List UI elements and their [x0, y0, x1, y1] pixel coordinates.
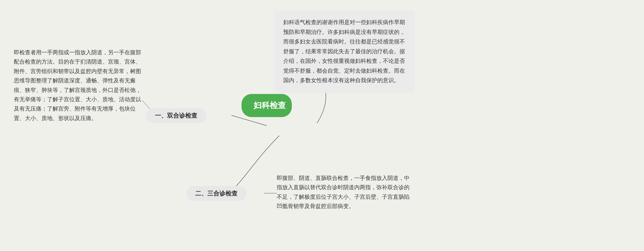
mind-map-container: 妇科检查 一、双合诊检查 二、三合诊检查 即检查者用一手两指或一指放入阴道，另一… [0, 0, 644, 251]
branch-node-1: 一、双合诊检查 [146, 108, 206, 123]
content-top-right: 妇科语气检查的谢谢作用是对一些妇科疾病作早期预防和早期治疗。许多妇科病是没有早期… [274, 10, 415, 93]
branch-node-2: 二、三合诊检查 [186, 186, 247, 201]
content-left: 即检查者用一手两指或一指放入阴道，另一手在腹部配合检查的方法。目的在于扪清阴道、… [14, 48, 142, 123]
central-node: 妇科检查 [242, 94, 292, 117]
content-bottom-right: 即腹部、阴道、直肠联合检查，一手食指放入阴道，中指放入直肠以替代双合诊时阴道内两… [277, 173, 410, 211]
